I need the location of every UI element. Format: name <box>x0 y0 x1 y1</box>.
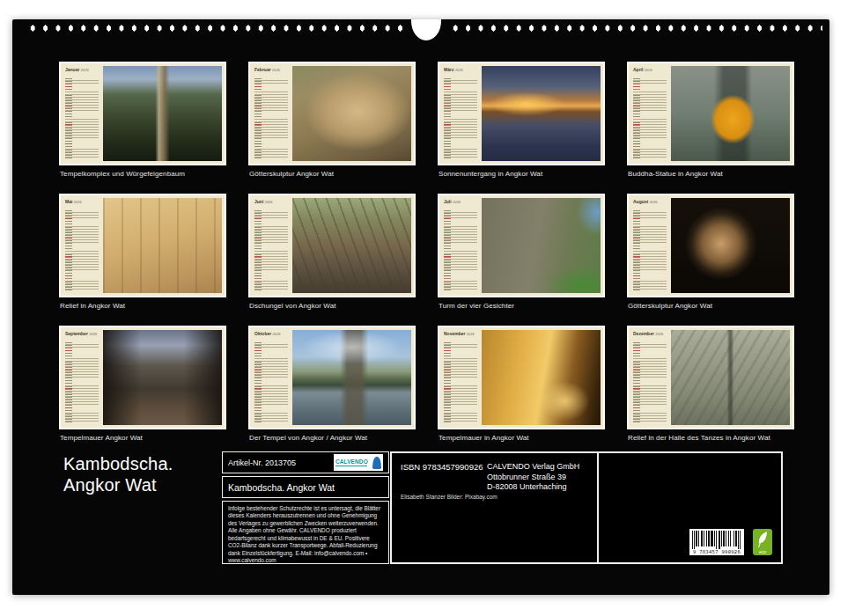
month-name: Juni <box>254 199 263 204</box>
date-lines <box>444 78 477 159</box>
month-year: 2026 <box>453 200 461 204</box>
month-name: Februar <box>254 67 271 72</box>
month-caption: Relief in der Halle des Tanzes in Angkor… <box>628 434 770 442</box>
calvendo-logo: CALVENDO <box>334 454 383 471</box>
month-date-column: November 2026 <box>444 331 479 424</box>
month-pad-1: Januar 2026 <box>59 62 226 165</box>
month-header: März 2026 <box>444 67 479 73</box>
artikel-row: Artikel-Nr. 2013705 CALVENDO <box>222 451 389 473</box>
eco-label: eco <box>759 550 766 554</box>
month-date-column: September 2026 <box>65 331 100 424</box>
month-caption: Tempelkomplex und Würgefeigenbaum <box>60 170 185 178</box>
artikel-nr: Artikel-Nr. 2013705 <box>228 458 296 467</box>
month-photo-3 <box>482 66 601 161</box>
calvendo-tagline-bar <box>335 466 367 467</box>
date-lines <box>633 210 667 291</box>
publisher-address: CALVENDO Verlag GmbH Ottobrunner Straße … <box>487 462 579 493</box>
month-photo-9 <box>103 330 222 425</box>
month-pad-6: Juni 2026 <box>248 194 416 297</box>
month-year: 2026 <box>265 200 273 204</box>
month-photo-6 <box>292 198 411 293</box>
month-name: Oktober <box>254 331 271 336</box>
date-lines <box>65 342 99 423</box>
month-year: 2026 <box>655 332 663 336</box>
month-header: Juli 2026 <box>444 199 479 205</box>
date-lines <box>65 78 99 159</box>
date-lines <box>254 78 288 159</box>
month-caption: Der Tempel von Angkor / Angkor Wat <box>249 434 367 442</box>
month-header: Oktober 2026 <box>254 331 290 337</box>
month-header: Mai 2026 <box>65 199 100 205</box>
month-photo-8 <box>671 198 790 293</box>
month-year: 2026 <box>89 332 97 336</box>
month-cell-5: Mai 2026Relief in Angkor Wat <box>59 194 226 313</box>
month-date-column: Februar 2026 <box>254 67 290 160</box>
month-pad-8: August 2026 <box>627 194 794 297</box>
month-cell-1: Januar 2026Tempelkomplex und Würgefeigen… <box>59 62 226 181</box>
month-year: 2026 <box>81 68 89 72</box>
month-date-column: Dezember 2026 <box>633 331 668 424</box>
date-lines <box>633 78 667 159</box>
month-name: August <box>633 199 648 204</box>
month-header: Dezember 2026 <box>633 331 668 337</box>
month-cell-10: Oktober 2026Der Tempel von Angkor / Angk… <box>248 326 416 445</box>
month-date-column: Mai 2026 <box>65 199 100 292</box>
calvendo-wordmark: CALVENDO <box>335 458 368 467</box>
month-name: März <box>444 67 453 72</box>
month-caption: Götterskulptur Angkor Wat <box>628 302 712 310</box>
hanger-notch <box>411 19 441 40</box>
month-date-column: Januar 2026 <box>65 67 100 160</box>
month-header: Februar 2026 <box>254 67 290 73</box>
month-name: Januar <box>65 67 79 72</box>
date-lines <box>65 210 99 291</box>
month-pad-2: Februar 2026 <box>248 62 416 165</box>
month-year: 2026 <box>74 200 82 204</box>
month-caption: Turm der vier Gesichter <box>439 302 514 310</box>
month-date-column: April 2026 <box>633 67 668 160</box>
month-date-column: Juli 2026 <box>444 199 479 292</box>
month-year: 2026 <box>273 332 281 336</box>
month-caption: Dschungel von Angkor Wat <box>249 302 336 310</box>
month-date-column: März 2026 <box>444 67 479 160</box>
product-title-row: Kambodscha. Angkor Wat <box>222 476 389 498</box>
month-photo-10 <box>292 330 411 425</box>
month-name: Dezember <box>633 331 654 336</box>
month-date-column: August 2026 <box>633 199 668 292</box>
month-caption: Sonnenuntergang in Angkor Wat <box>439 170 542 178</box>
month-caption: Buddha-Statue in Angkor Wat <box>628 170 723 178</box>
month-date-column: Oktober 2026 <box>254 331 290 424</box>
month-cell-4: April 2026Buddha-Statue in Angkor Wat <box>627 62 794 181</box>
date-lines <box>444 342 477 423</box>
calvendo-sail-icon <box>372 457 381 469</box>
spiral-binding-holes-right <box>449 24 822 33</box>
month-header: Juni 2026 <box>254 199 290 205</box>
month-caption: Tempelmauer in Angkor Wat <box>439 434 529 442</box>
calendar-back-cover: Januar 2026Tempelkomplex und Würgefeigen… <box>0 0 855 616</box>
month-name: April <box>633 67 643 72</box>
month-year: 2026 <box>455 68 463 72</box>
leaf-icon <box>755 530 770 549</box>
month-pad-12: Dezember 2026 <box>627 326 794 429</box>
month-cell-2: Februar 2026Götterskulptur Angkor Wat <box>248 62 416 181</box>
spiral-binding-holes-left <box>26 24 405 33</box>
publisher-details: ISBN 9783457990926 CALVENDO Verlag GmbH … <box>392 453 599 562</box>
month-cell-3: März 2026Sonnenuntergang in Angkor Wat <box>438 62 605 181</box>
isbn: ISBN 9783457990926 <box>401 462 483 472</box>
month-cell-12: Dezember 2026Relief in der Halle des Tan… <box>627 326 794 445</box>
month-photo-1 <box>103 66 222 161</box>
month-pad-11: November 2026 <box>438 326 605 429</box>
month-year: 2026 <box>650 200 658 204</box>
month-cell-7: Juli 2026Turm der vier Gesichter <box>438 194 605 313</box>
month-photo-11 <box>482 330 601 425</box>
calvendo-name: CALVENDO <box>335 458 368 465</box>
month-photo-7 <box>482 198 601 293</box>
month-pad-4: April 2026 <box>627 62 794 165</box>
barcode-area: 9 783457 990926 eco <box>599 453 781 562</box>
month-cell-9: September 2026Tempelmauer Angkor Wat <box>59 326 226 445</box>
product-info-box: Artikel-Nr. 2013705 CALVENDO Kambodscha.… <box>222 451 389 564</box>
month-pad-7: Juli 2026 <box>438 194 605 297</box>
ean-barcode: 9 783457 990926 <box>689 529 744 555</box>
publisher-box: ISBN 9783457990926 CALVENDO Verlag GmbH … <box>390 451 783 564</box>
month-pad-5: Mai 2026 <box>59 194 226 297</box>
month-name: Juli <box>444 199 452 204</box>
